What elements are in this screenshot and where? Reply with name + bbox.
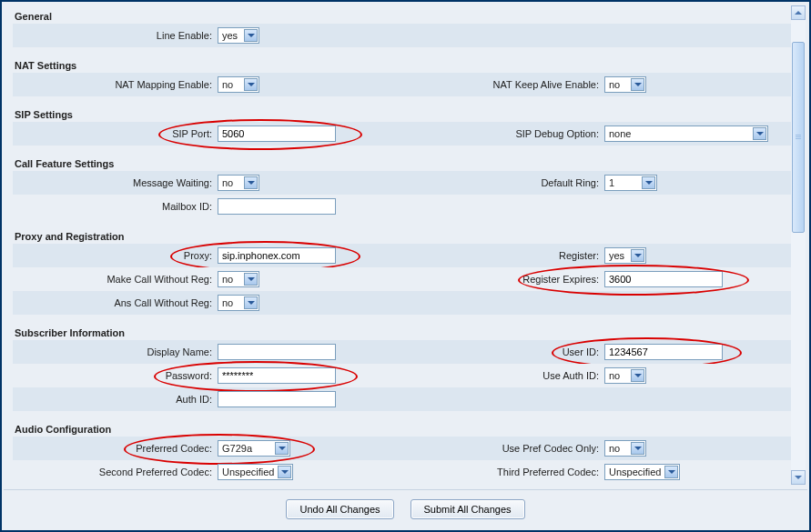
- nat-keep-alive-enable-label: NAT Keep Alive Enable:: [400, 79, 604, 90]
- chevron-down-icon: [753, 127, 766, 140]
- register-label: Register:: [400, 250, 604, 261]
- chevron-down-icon: [244, 273, 258, 286]
- proxy-input[interactable]: [218, 247, 336, 264]
- sip-debug-option-label: SIP Debug Option:: [400, 128, 604, 139]
- scroll-down-button[interactable]: [791, 470, 806, 485]
- sip-port-label: SIP Port:: [13, 128, 218, 139]
- submit-all-changes-button[interactable]: Submit All Changes: [411, 499, 525, 519]
- sip-debug-option-select[interactable]: none: [604, 125, 768, 142]
- chevron-down-icon: [631, 369, 644, 382]
- ans-call-without-reg-label: Ans Call Without Reg:: [13, 297, 218, 308]
- chevron-down-icon: [244, 176, 258, 189]
- third-preferred-codec-select[interactable]: Unspecified: [604, 464, 680, 480]
- use-auth-id-select[interactable]: no: [604, 367, 646, 384]
- make-call-without-reg-label: Make Call Without Reg:: [13, 274, 218, 285]
- register-expires-input[interactable]: [604, 271, 723, 287]
- message-waiting-select[interactable]: no: [218, 175, 259, 191]
- user-id-input[interactable]: [604, 344, 723, 360]
- mailbox-id-label: Mailbox ID:: [13, 201, 218, 212]
- second-preferred-codec-select[interactable]: Unspecified: [218, 464, 293, 480]
- config-panel-frame: General Line Enable: yes NAT Settings NA…: [0, 0, 811, 532]
- register-expires-label: Register Expires:: [400, 274, 604, 285]
- section-nat-title: NAT Settings: [13, 47, 798, 73]
- mailbox-id-input[interactable]: [218, 198, 336, 215]
- password-input[interactable]: [218, 367, 336, 384]
- nat-keep-alive-enable-select[interactable]: no: [604, 76, 646, 93]
- default-ring-select[interactable]: 1: [604, 175, 657, 191]
- use-pref-codec-only-select[interactable]: no: [604, 440, 646, 457]
- user-id-label: User ID:: [400, 346, 604, 357]
- preferred-codec-select[interactable]: G729a: [218, 440, 290, 457]
- password-label: Password:: [13, 370, 218, 381]
- sip-port-input[interactable]: [218, 125, 336, 142]
- third-preferred-codec-label: Third Preferred Codec:: [400, 467, 604, 477]
- line-enable-label: Line Enable:: [13, 30, 218, 41]
- nat-mapping-enable-label: NAT Mapping Enable:: [13, 79, 218, 90]
- vertical-scrollbar[interactable]: [791, 5, 806, 485]
- preferred-codec-label: Preferred Codec:: [13, 443, 218, 454]
- chevron-down-icon: [244, 29, 258, 42]
- chevron-down-icon: [631, 249, 644, 262]
- section-sip-title: SIP Settings: [13, 96, 798, 122]
- chevron-down-icon: [278, 466, 291, 478]
- auth-id-input[interactable]: [218, 391, 336, 407]
- section-audio-title: Audio Configuration: [13, 411, 798, 437]
- scroll-up-button[interactable]: [791, 5, 806, 20]
- nat-mapping-enable-select[interactable]: no: [218, 76, 259, 93]
- register-select[interactable]: yes: [604, 247, 646, 264]
- chevron-down-icon: [664, 466, 678, 478]
- line-enable-select[interactable]: yes: [218, 27, 259, 44]
- default-ring-label: Default Ring:: [400, 177, 604, 188]
- section-general-title: General: [13, 7, 798, 24]
- proxy-label: Proxy:: [13, 250, 218, 261]
- chevron-down-icon: [631, 442, 644, 455]
- footer-bar: Undo All Changes Submit All Changes: [4, 489, 807, 528]
- scrollbar-thumb[interactable]: [792, 42, 805, 233]
- section-call-feature-title: Call Feature Settings: [13, 146, 798, 171]
- chevron-down-icon: [642, 176, 655, 189]
- config-content: General Line Enable: yes NAT Settings NA…: [2, 2, 809, 484]
- use-auth-id-label: Use Auth ID:: [400, 370, 604, 381]
- ans-call-without-reg-select[interactable]: no: [218, 295, 259, 311]
- make-call-without-reg-select[interactable]: no: [218, 271, 259, 287]
- chevron-down-icon: [244, 296, 258, 309]
- display-name-label: Display Name:: [13, 346, 218, 357]
- auth-id-label: Auth ID:: [13, 394, 218, 405]
- chevron-down-icon: [631, 78, 644, 91]
- undo-all-changes-button[interactable]: Undo All Changes: [286, 499, 393, 519]
- section-proxy-title: Proxy and Registration: [13, 218, 798, 244]
- display-name-input[interactable]: [218, 344, 336, 360]
- second-preferred-codec-label: Second Preferred Codec:: [13, 467, 218, 477]
- message-waiting-label: Message Waiting:: [13, 177, 218, 188]
- use-pref-codec-only-label: Use Pref Codec Only:: [400, 443, 604, 454]
- chevron-down-icon: [275, 442, 289, 455]
- chevron-down-icon: [244, 78, 258, 91]
- section-subscriber-title: Subscriber Information: [13, 315, 798, 340]
